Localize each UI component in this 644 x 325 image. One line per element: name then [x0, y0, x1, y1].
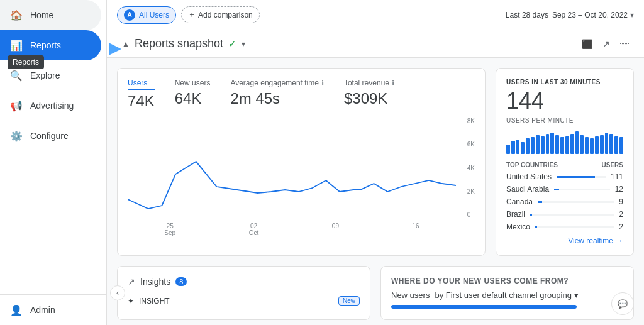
- screenshot-icon[interactable]: ⬛: [582, 39, 592, 49]
- country-name-br: Brazil: [506, 210, 525, 219]
- realtime-bar: [546, 134, 550, 154]
- date-range-picker[interactable]: Sep 23 – Oct 20, 2022 ▾: [552, 11, 634, 19]
- home-icon: 🏠: [10, 9, 23, 21]
- country-name-ca: Canada: [506, 197, 533, 206]
- segment-chip[interactable]: A All Users: [117, 6, 176, 24]
- realtime-bar: [609, 134, 613, 154]
- metric-avg-engagement[interactable]: Average engagement time ℹ 2m 45s: [230, 79, 324, 110]
- chat-bubble-button[interactable]: 💬: [611, 292, 634, 315]
- main-stats-row: Users 74K New users 64K Average engageme…: [117, 68, 634, 256]
- realtime-bar: [526, 138, 530, 154]
- country-bar-fill-br: [530, 214, 532, 216]
- country-bar-ca: [538, 201, 614, 203]
- metrics-row: Users 74K New users 64K Average engageme…: [128, 79, 475, 110]
- new-users-chevron-icon: ▾: [574, 290, 579, 300]
- line-chart: [128, 118, 456, 218]
- chat-icon: 💬: [618, 299, 628, 309]
- country-bar-sa: [554, 189, 610, 190]
- realtime-bar: [575, 131, 579, 154]
- realtime-bar: [560, 137, 564, 154]
- x-label-oct02: 02Oct: [249, 223, 259, 236]
- page-title-chevron-icon[interactable]: ▾: [242, 40, 245, 48]
- x-label-sep25: 25Sep: [164, 223, 175, 236]
- realtime-bar: [600, 135, 604, 154]
- y-label-4k: 4K: [467, 165, 475, 172]
- metric-avg-engagement-label: Average engagement time ℹ: [230, 79, 324, 87]
- page-title-area: ▲ Reports snapshot ✓ ▾: [122, 37, 245, 50]
- topbar: A All Users ＋ Add comparison Last 28 day…: [107, 0, 644, 30]
- metric-total-revenue[interactable]: Total revenue ℹ $309K: [344, 79, 394, 110]
- topbar-right: Last 28 days Sep 23 – Oct 20, 2022 ▾: [506, 11, 634, 19]
- insights-card: ‹ ↗ Insights 8 ✦ INSIGHT New: [117, 266, 370, 320]
- country-count-sa: 12: [615, 185, 623, 194]
- sidebar-item-configure[interactable]: ⚙️ Configure: [0, 121, 101, 151]
- country-count-mx: 2: [619, 223, 623, 231]
- insight-row: ✦ INSIGHT New: [128, 292, 360, 309]
- new-users-card: WHERE DO YOUR NEW USERS COME FROM? New u…: [380, 266, 634, 320]
- sidebar-label-reports: Reports: [30, 40, 61, 50]
- topbar-left: A All Users ＋ Add comparison: [117, 6, 260, 24]
- realtime-bar: [570, 134, 574, 154]
- metric-new-users[interactable]: New users 64K: [175, 79, 211, 110]
- realtime-bar: [511, 141, 515, 154]
- metric-users[interactable]: Users 74K: [128, 79, 155, 110]
- realtime-bar: [521, 142, 525, 154]
- bottom-row: ‹ ↗ Insights 8 ✦ INSIGHT New: [117, 266, 634, 320]
- trending-icon: ↗: [128, 277, 135, 287]
- x-label-09: 09: [332, 223, 339, 236]
- sidebar-item-home[interactable]: 🏠 Home: [0, 0, 101, 30]
- y-label-6k: 6K: [467, 141, 475, 148]
- total-revenue-info-icon[interactable]: ℹ: [392, 79, 394, 87]
- configure-icon: ⚙️: [10, 129, 23, 142]
- sidebar-collapse-button[interactable]: ‹: [110, 285, 125, 300]
- view-realtime-link[interactable]: View realtime →: [506, 236, 623, 245]
- realtime-bar: [619, 137, 623, 154]
- countries-table: TOP COUNTRIES USERS United States 111 Sa…: [506, 162, 623, 231]
- y-label-8k: 8K: [467, 118, 475, 124]
- chevron-left-icon: ‹: [116, 289, 119, 297]
- new-users-filter-label: New users: [391, 290, 430, 300]
- segment-avatar: A: [124, 9, 135, 21]
- nav-arrow-indicator: [104, 39, 124, 61]
- svg-marker-0: [109, 43, 121, 55]
- avg-engagement-info-icon[interactable]: ℹ: [321, 79, 324, 87]
- realtime-card: USERS IN LAST 30 MINUTES 144 USERS PER M…: [496, 68, 634, 256]
- realtime-bar: [585, 137, 589, 154]
- y-label-0: 0: [467, 211, 475, 218]
- sidebar-bottom: 👤 Admin: [0, 294, 106, 325]
- header-actions: ⬛ ↗ 〰: [582, 39, 629, 49]
- country-count-us: 111: [611, 172, 623, 181]
- country-count-br: 2: [619, 210, 623, 219]
- share-icon[interactable]: ↗: [602, 39, 610, 49]
- country-row-ca: Canada 9: [506, 197, 623, 206]
- realtime-bar: [580, 135, 584, 154]
- country-row-us: United States 111: [506, 172, 623, 181]
- country-bar-br: [530, 214, 614, 216]
- sidebar-nav: 🏠 Home 📊 Reports Reports 🔍 Explore 📢 Adv…: [0, 0, 106, 294]
- new-users-filter[interactable]: New users by First user default channel …: [391, 290, 623, 300]
- metric-total-revenue-value: $309K: [344, 90, 394, 107]
- x-axis-labels: 25Sep 02Oct 09 16: [128, 223, 456, 236]
- content-area: Users 74K New users 64K Average engageme…: [107, 58, 644, 325]
- realtime-bar: [590, 138, 594, 154]
- sidebar-item-advertising[interactable]: 📢 Advertising: [0, 91, 101, 121]
- status-check-icon: ✓: [228, 38, 236, 50]
- sidebar-item-admin[interactable]: 👤 Admin: [0, 295, 101, 325]
- realtime-bar-chart: [506, 129, 623, 154]
- add-comparison-label: Add comparison: [198, 11, 253, 19]
- country-bar-fill-us: [557, 176, 595, 178]
- sidebar-label-explore: Explore: [30, 70, 60, 80]
- new-users-title: WHERE DO YOUR NEW USERS COME FROM?: [391, 277, 623, 285]
- add-comparison-button[interactable]: ＋ Add comparison: [181, 6, 260, 23]
- date-range-chevron-icon: ▾: [630, 11, 634, 19]
- metric-avg-engagement-value: 2m 45s: [230, 90, 324, 107]
- insights-badge: 8: [175, 277, 187, 286]
- date-range-label: Sep 23 – Oct 20, 2022: [552, 11, 628, 19]
- reports-tooltip: Reports: [8, 55, 44, 69]
- reports-icon: 📊: [10, 39, 23, 52]
- activity-icon[interactable]: 〰: [620, 39, 629, 49]
- insight-label-text: INSIGHT: [139, 297, 170, 306]
- sidebar-label-advertising: Advertising: [30, 101, 74, 111]
- countries-header-left: TOP COUNTRIES: [506, 162, 558, 168]
- countries-header: TOP COUNTRIES USERS: [506, 162, 623, 168]
